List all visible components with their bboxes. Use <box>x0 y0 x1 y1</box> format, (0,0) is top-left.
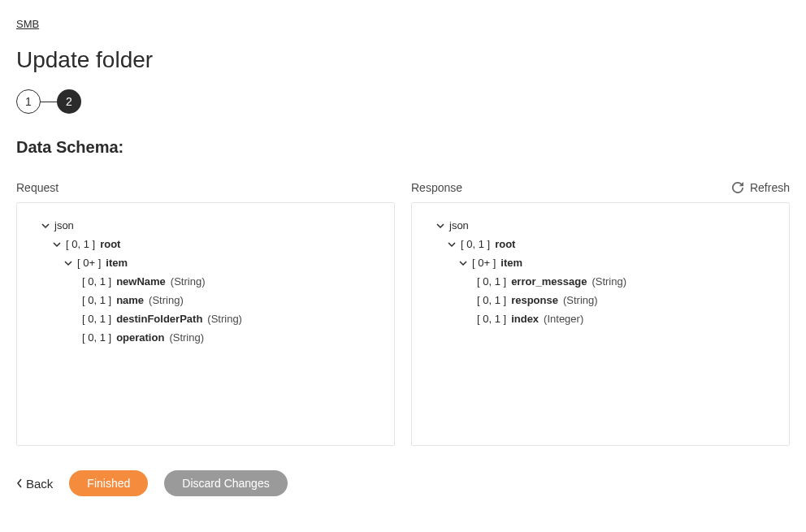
tree-node-item[interactable]: [ 0+ ] item <box>425 253 776 272</box>
field-name: error_message <box>511 275 587 288</box>
finished-button[interactable]: Finished <box>69 470 148 496</box>
field-name: response <box>511 294 558 306</box>
tree-node-field[interactable]: [ 0, 1 ] name (String) <box>30 291 381 309</box>
page-title: Update folder <box>16 47 790 73</box>
field-card: [ 0, 1 ] <box>82 275 111 288</box>
chevron-down-icon <box>448 240 456 249</box>
refresh-button[interactable]: Refresh <box>732 181 790 194</box>
field-card: [ 0, 1 ] <box>82 331 111 344</box>
field-name: destinFolderPath <box>116 313 202 325</box>
tree-node-root[interactable]: [ 0, 1 ] root <box>30 235 381 253</box>
node-item-card: [ 0+ ] <box>77 257 101 269</box>
node-root-card: [ 0, 1 ] <box>461 238 490 250</box>
field-card: [ 0, 1 ] <box>477 294 506 306</box>
refresh-label: Refresh <box>750 181 790 194</box>
tree-node-field[interactable]: [ 0, 1 ] newName (String) <box>30 272 381 291</box>
request-label: Request <box>16 181 58 194</box>
refresh-icon <box>732 182 743 193</box>
step-1[interactable]: 1 <box>16 89 41 114</box>
response-schema-box: json [ 0, 1 ] root [ 0+ ] item [ 0, 1 ] … <box>411 202 790 446</box>
back-button[interactable]: Back <box>16 477 53 491</box>
field-card: [ 0, 1 ] <box>82 313 111 325</box>
section-title: Data Schema: <box>16 138 790 157</box>
chevron-down-icon <box>436 222 444 230</box>
step-connector <box>41 102 57 102</box>
field-name: name <box>116 294 144 306</box>
field-card: [ 0, 1 ] <box>477 313 506 325</box>
tree-node-field[interactable]: [ 0, 1 ] destinFolderPath (String) <box>30 309 381 328</box>
tree-node-field[interactable]: [ 0, 1 ] response (String) <box>425 291 776 309</box>
chevron-left-icon <box>16 477 23 491</box>
stepper: 1 2 <box>16 89 790 114</box>
node-json-label: json <box>54 219 74 231</box>
field-card: [ 0, 1 ] <box>82 294 111 306</box>
field-type: (String) <box>207 313 242 325</box>
node-json-label: json <box>449 219 469 231</box>
node-item-card: [ 0+ ] <box>472 257 496 269</box>
field-card: [ 0, 1 ] <box>477 275 506 288</box>
tree-node-item[interactable]: [ 0+ ] item <box>30 253 381 272</box>
tree-node-field[interactable]: [ 0, 1 ] operation (String) <box>30 328 381 347</box>
chevron-down-icon <box>64 259 72 267</box>
chevron-down-icon <box>53 240 61 249</box>
field-name: newName <box>116 275 166 288</box>
field-name: index <box>511 313 539 325</box>
field-type: (String) <box>149 294 184 306</box>
node-root-name: root <box>495 238 515 250</box>
tree-node-field[interactable]: [ 0, 1 ] index (Integer) <box>425 309 776 328</box>
request-schema-box: json [ 0, 1 ] root [ 0+ ] item [ 0, 1 ] … <box>16 202 395 446</box>
chevron-down-icon <box>41 222 50 230</box>
node-item-name: item <box>500 257 522 269</box>
node-item-name: item <box>106 257 128 269</box>
field-type: (String) <box>169 331 204 344</box>
field-type: (String) <box>563 294 598 306</box>
tree-node-json[interactable]: json <box>30 216 381 235</box>
tree-node-field[interactable]: [ 0, 1 ] error_message (String) <box>425 272 776 291</box>
field-type: (String) <box>171 275 206 288</box>
step-2[interactable]: 2 <box>57 89 81 114</box>
back-label: Back <box>26 477 53 491</box>
field-type: (Integer) <box>544 313 583 325</box>
field-type: (String) <box>592 275 626 288</box>
field-name: operation <box>116 331 164 344</box>
node-root-name: root <box>100 238 120 250</box>
node-root-card: [ 0, 1 ] <box>66 238 95 250</box>
tree-node-json[interactable]: json <box>425 216 776 235</box>
breadcrumb-smb[interactable]: SMB <box>16 18 39 30</box>
tree-node-root[interactable]: [ 0, 1 ] root <box>425 235 776 253</box>
chevron-down-icon <box>459 259 467 267</box>
response-label: Response <box>411 181 462 194</box>
discard-button[interactable]: Discard Changes <box>164 470 287 496</box>
